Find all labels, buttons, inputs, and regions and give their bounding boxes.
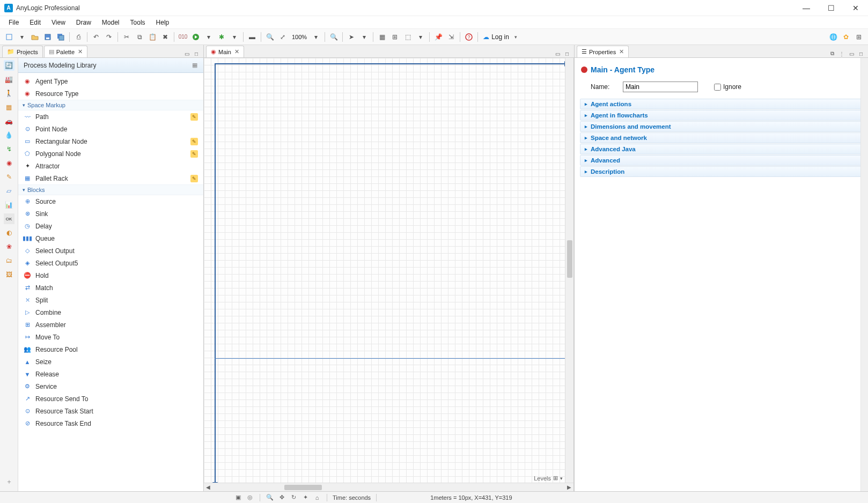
- snap-button[interactable]: ⊞: [389, 31, 401, 43]
- export-button[interactable]: ⇲: [445, 31, 457, 43]
- palette-item-select-output[interactable]: ◇Select Output: [18, 245, 203, 257]
- palette-item-attractor[interactable]: ✦Attractor: [18, 160, 203, 172]
- library-agent-icon[interactable]: ◉: [4, 158, 14, 168]
- section-agent-in-flowcharts[interactable]: ▸Agent in flowcharts: [580, 110, 863, 121]
- undo-button[interactable]: ↶: [90, 31, 102, 43]
- run-button[interactable]: [190, 31, 202, 43]
- palette-item-resource-task-end[interactable]: ⊘Resource Task End: [18, 417, 203, 430]
- grid-button[interactable]: ▦: [376, 31, 388, 43]
- library-material-icon[interactable]: 🏭: [4, 74, 14, 85]
- palette-item-seize[interactable]: ▲Seize: [18, 356, 203, 368]
- scroll-thumb[interactable]: [284, 485, 322, 490]
- palette-group-blocks[interactable]: ▾Blocks: [18, 184, 203, 195]
- palette-item-resource-pool[interactable]: 👥Resource Pool: [18, 343, 203, 356]
- pointer-dropdown[interactable]: ▾: [358, 31, 370, 43]
- status-target-icon[interactable]: ◎: [246, 493, 254, 502]
- close-icon[interactable]: ✕: [234, 48, 239, 55]
- help-button[interactable]: ?: [463, 31, 475, 43]
- palette-item-combine[interactable]: ▷Combine: [18, 306, 203, 319]
- status-pan-icon[interactable]: ✥: [277, 493, 286, 502]
- palette-item-resource-type[interactable]: ◉Resource Type: [18, 87, 203, 100]
- palette-item-pallet-rack[interactable]: ▦Pallet Rack✎: [18, 172, 203, 184]
- align-button[interactable]: ⬚: [402, 31, 414, 43]
- maximize-view-button[interactable]: □: [193, 50, 200, 57]
- minimize-view-button[interactable]: ▭: [554, 50, 561, 57]
- close-icon[interactable]: ✕: [619, 48, 624, 55]
- status-view-icon[interactable]: ▣: [234, 493, 242, 502]
- properties-scrollbar[interactable]: [860, 58, 868, 491]
- menu-model[interactable]: Model: [98, 17, 124, 28]
- menu-draw[interactable]: Draw: [72, 17, 95, 28]
- run-dropdown[interactable]: ▾: [203, 31, 215, 43]
- redo-button[interactable]: ↷: [103, 31, 115, 43]
- save-button[interactable]: [42, 31, 54, 43]
- menu-tools[interactable]: Tools: [126, 17, 150, 28]
- maximize-view-button[interactable]: □: [857, 50, 865, 57]
- library-controls-icon[interactable]: OK: [4, 213, 14, 224]
- tab-main-editor[interactable]: ◉ Main ✕: [206, 46, 244, 57]
- zoom-out-button[interactable]: 🔍: [264, 31, 276, 43]
- new-button[interactable]: [3, 31, 15, 43]
- link-icon[interactable]: ⧉: [828, 50, 836, 57]
- stop-button[interactable]: ▬: [246, 31, 258, 43]
- save-all-button[interactable]: [55, 31, 67, 43]
- print-button[interactable]: ⎙: [72, 31, 84, 43]
- palette-item-service[interactable]: ⚙Service: [18, 380, 203, 393]
- palette-item-rectangular-node[interactable]: ▭Rectangular Node✎: [18, 135, 203, 147]
- open-button[interactable]: [29, 31, 41, 43]
- search-button[interactable]: 🔍: [328, 31, 340, 43]
- palette-item-match[interactable]: ⇄Match: [18, 282, 203, 294]
- tab-palette[interactable]: ▤ Palette ✕: [44, 46, 87, 57]
- section-advanced[interactable]: ▸Advanced: [580, 155, 863, 166]
- palette-item-source[interactable]: ⊕Source: [18, 195, 203, 208]
- ignore-checkbox[interactable]: [714, 84, 721, 91]
- add-library-button[interactable]: ＋: [4, 476, 14, 487]
- section-space-network[interactable]: ▸Space and network: [580, 132, 863, 143]
- build-button[interactable]: 010: [177, 31, 189, 43]
- library-presentation-icon[interactable]: ✎: [4, 172, 14, 182]
- scroll-thumb[interactable]: [567, 240, 572, 278]
- close-button[interactable]: ✕: [848, 3, 864, 13]
- status-home-icon[interactable]: ⌂: [313, 493, 321, 502]
- palette-item-select-output5[interactable]: ◈Select Output5: [18, 257, 203, 269]
- library-fluid-icon[interactable]: 💧: [4, 130, 14, 140]
- library-states-icon[interactable]: ◐: [4, 227, 14, 238]
- zoom-level[interactable]: 100%: [290, 34, 309, 40]
- palette-item-split[interactable]: ⤬Split: [18, 294, 203, 306]
- library-analysis-icon[interactable]: 📊: [4, 199, 14, 210]
- palette-item-path[interactable]: 〰Path✎: [18, 110, 203, 123]
- toggle-icon[interactable]: ⋮: [838, 50, 845, 57]
- library-action-icon[interactable]: ❀: [4, 241, 14, 252]
- vertical-scrollbar[interactable]: [565, 58, 573, 483]
- login-button[interactable]: ☁ Log in ▾: [481, 33, 519, 41]
- name-input[interactable]: [623, 82, 698, 92]
- delete-button[interactable]: ✖: [159, 31, 171, 43]
- pin-button[interactable]: 📌: [432, 31, 444, 43]
- zoom-dropdown[interactable]: ▾: [310, 31, 322, 43]
- section-dimensions-movement[interactable]: ▸Dimensions and movement: [580, 121, 863, 132]
- new-dropdown[interactable]: ▾: [16, 31, 28, 43]
- library-space-icon[interactable]: ▱: [4, 186, 14, 196]
- tab-projects[interactable]: 📁 Projects: [2, 46, 43, 57]
- paste-button[interactable]: 📋: [146, 31, 158, 43]
- minimize-view-button[interactable]: ▭: [848, 50, 855, 57]
- palette-item-hold[interactable]: ⛔Hold: [18, 269, 203, 282]
- minimize-button[interactable]: —: [798, 3, 814, 13]
- library-system-icon[interactable]: ↯: [4, 144, 14, 154]
- palette-item-delay[interactable]: ◷Delay: [18, 220, 203, 232]
- palette-item-move-to[interactable]: ↦Move To: [18, 331, 203, 343]
- library-process-icon[interactable]: 🔄: [4, 60, 14, 71]
- menu-view[interactable]: View: [47, 17, 70, 28]
- debug-button[interactable]: ✱: [216, 31, 227, 43]
- canvas-area[interactable]: Levels ⊞ ▾ ◀ ▶: [204, 58, 574, 491]
- maximize-button[interactable]: ☐: [823, 3, 839, 13]
- menu-help[interactable]: Help: [152, 17, 174, 28]
- cut-button[interactable]: ✂: [121, 31, 133, 43]
- zoom-fit-button[interactable]: ⤢: [277, 31, 289, 43]
- library-connectivity-icon[interactable]: 🗂: [4, 255, 14, 266]
- pointer-button[interactable]: ➤: [345, 31, 357, 43]
- cloud-export-button[interactable]: 🌐: [827, 31, 839, 43]
- palette-item-agent-type[interactable]: ◉Agent Type: [18, 75, 203, 87]
- palette-group-space-markup[interactable]: ▾Space Markup: [18, 100, 203, 110]
- scroll-left-icon[interactable]: ◀: [204, 484, 212, 490]
